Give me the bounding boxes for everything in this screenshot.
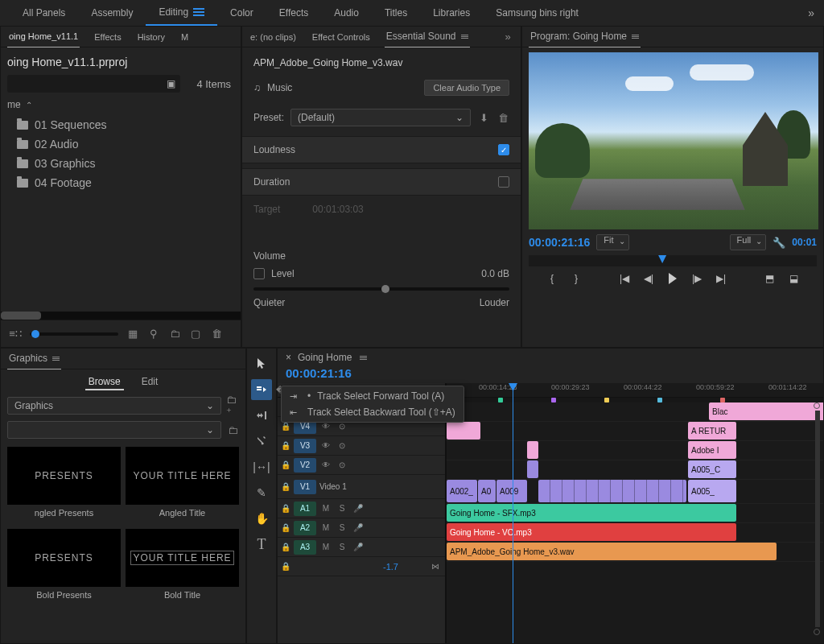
solo-icon[interactable]: S bbox=[336, 542, 348, 553]
program-timecode[interactable]: 00:00:21:16 bbox=[529, 236, 590, 249]
zoom-handle-top[interactable] bbox=[814, 402, 820, 409]
bin-root[interactable]: me⌃ bbox=[1, 96, 241, 114]
lock-icon[interactable]: 🔒 bbox=[281, 460, 290, 469]
tab-markers[interactable]: M bbox=[179, 27, 190, 47]
clip-a005b[interactable]: A005_ bbox=[688, 480, 736, 502]
tab-effects[interactable]: Effects bbox=[93, 27, 122, 47]
lock-icon[interactable]: 🔒 bbox=[281, 523, 290, 532]
track-select-backward-option[interactable]: ⇤Track Select Backward Tool (⇧+A) bbox=[282, 404, 464, 420]
new-folder-icon[interactable]: 🗀 bbox=[226, 423, 239, 436]
freeform-icon[interactable]: ▦ bbox=[126, 328, 139, 341]
clip-vo[interactable]: Going Home - VO.mp3 bbox=[447, 523, 736, 541]
clip-return[interactable]: A RETUR bbox=[688, 422, 736, 440]
loudness-section[interactable]: Loudness✓ bbox=[242, 136, 521, 163]
track-v1[interactable]: V1 bbox=[294, 480, 316, 494]
timeline-timecode[interactable]: 00:00:21:16 bbox=[278, 366, 823, 383]
level-checkbox[interactable] bbox=[253, 268, 265, 279]
browse-tab[interactable]: Browse bbox=[85, 374, 124, 390]
track-a3[interactable]: A3 bbox=[294, 540, 316, 555]
clip[interactable] bbox=[527, 460, 538, 478]
toggle-output-icon[interactable]: 👁 bbox=[319, 440, 332, 452]
sync-lock-icon[interactable]: ⊙ bbox=[336, 440, 348, 452]
clip-a002[interactable]: A002_ bbox=[447, 480, 477, 502]
clip-adobe[interactable]: Adobe I bbox=[688, 441, 736, 459]
horizontal-scrollbar[interactable] bbox=[1, 312, 41, 320]
clip-a009[interactable]: A009 bbox=[496, 480, 527, 502]
timeline-tracks[interactable]: 00:00:14:23 00:00:29:23 00:00:44:22 00:0… bbox=[447, 383, 823, 643]
extract-icon[interactable]: ⬓ bbox=[786, 271, 801, 286]
solo-icon[interactable]: S bbox=[336, 503, 348, 514]
razor-tool[interactable] bbox=[251, 431, 272, 452]
zoom-handle-bottom[interactable] bbox=[814, 629, 820, 635]
close-sequence-icon[interactable]: × bbox=[286, 352, 291, 363]
sync-lock-icon[interactable]: ⊙ bbox=[336, 460, 348, 471]
duration-section[interactable]: Duration bbox=[242, 168, 521, 196]
workspace-effects[interactable]: Effects bbox=[266, 0, 321, 26]
workspace-titles[interactable]: Titles bbox=[372, 0, 420, 26]
workspace-libraries[interactable]: Libraries bbox=[420, 0, 483, 26]
lift-icon[interactable]: ⬒ bbox=[762, 271, 777, 286]
overflow-icon[interactable]: » bbox=[501, 31, 514, 43]
clip-black[interactable]: Blac bbox=[709, 402, 823, 420]
track-select-tool[interactable] bbox=[251, 379, 272, 400]
trash-icon[interactable]: 🗑 bbox=[210, 328, 223, 341]
delete-preset-icon[interactable]: 🗑 bbox=[496, 111, 509, 124]
list-view-icon[interactable]: ≡∷ bbox=[9, 328, 22, 341]
record-icon[interactable]: 🎤 bbox=[352, 542, 365, 553]
edit-tab[interactable]: Edit bbox=[138, 374, 162, 390]
timeline-playhead[interactable] bbox=[513, 383, 513, 643]
panel-menu-icon[interactable] bbox=[632, 35, 639, 39]
mute-icon[interactable]: M bbox=[319, 522, 332, 534]
template-angled-title[interactable]: YOUR TITLE HEREAngled Title bbox=[126, 447, 239, 524]
sort-icon[interactable]: ⚲ bbox=[147, 328, 160, 341]
duration-checkbox[interactable] bbox=[498, 176, 509, 188]
type-tool[interactable]: T bbox=[251, 534, 272, 555]
new-item-icon[interactable]: ▢ bbox=[189, 328, 202, 341]
volume-slider[interactable] bbox=[253, 287, 509, 291]
mark-in-icon[interactable]: { bbox=[545, 271, 559, 286]
template-bold-title[interactable]: YOUR TITLE HEREBold Title bbox=[126, 529, 239, 606]
vertical-scrollbar[interactable] bbox=[815, 411, 820, 627]
clip-montage[interactable] bbox=[538, 480, 686, 502]
workspace-color[interactable]: Color bbox=[217, 0, 266, 26]
track-a2[interactable]: A2 bbox=[294, 521, 316, 535]
tab-history[interactable]: History bbox=[136, 27, 167, 47]
mark-out-icon[interactable]: } bbox=[569, 271, 583, 286]
graphics-filter-select[interactable]: ⌄ bbox=[7, 421, 221, 439]
search-within-icon[interactable]: ▣ bbox=[167, 78, 175, 89]
lock-icon[interactable]: 🔒 bbox=[281, 562, 290, 571]
lock-icon[interactable]: 🔒 bbox=[281, 504, 290, 513]
solo-icon[interactable]: S bbox=[336, 522, 348, 534]
workspace-assembly[interactable]: Assembly bbox=[78, 0, 146, 26]
clip-a0[interactable]: A0 bbox=[478, 480, 496, 502]
hand-tool[interactable]: ✋ bbox=[251, 508, 272, 529]
mute-icon[interactable]: M bbox=[319, 542, 332, 553]
step-back-icon[interactable]: ◀| bbox=[641, 271, 656, 286]
new-bin-icon[interactable]: 🗀 bbox=[168, 328, 181, 341]
clip-music[interactable]: APM_Adobe_Going Home_v3.wav bbox=[447, 543, 777, 560]
program-monitor[interactable] bbox=[529, 52, 818, 229]
ripple-edit-tool[interactable] bbox=[251, 405, 272, 426]
goto-out-icon[interactable]: ▶| bbox=[714, 271, 728, 286]
lock-icon[interactable]: 🔒 bbox=[281, 422, 290, 431]
zoom-select[interactable]: Fit bbox=[596, 234, 628, 250]
toggle-output-icon[interactable]: 👁 bbox=[319, 460, 332, 471]
graphics-library-select[interactable]: Graphics⌄ bbox=[7, 397, 221, 415]
workspace-editing[interactable]: Editing bbox=[146, 0, 217, 26]
clip[interactable] bbox=[527, 441, 538, 459]
wrench-icon[interactable]: 🔧 bbox=[772, 236, 785, 249]
panel-menu-icon[interactable] bbox=[52, 357, 60, 361]
panel-menu-icon[interactable] bbox=[360, 356, 367, 360]
slip-tool[interactable]: |↔| bbox=[251, 456, 272, 477]
goto-in-icon[interactable]: |◀ bbox=[617, 271, 632, 286]
pen-tool[interactable]: ✎ bbox=[251, 482, 272, 503]
template-bold-presents[interactable]: PRESENTSBold Presents bbox=[7, 529, 121, 606]
loudness-checkbox[interactable]: ✓ bbox=[498, 144, 509, 155]
track-select-forward-option[interactable]: ⇥•Track Select Forward Tool (A) bbox=[282, 388, 464, 404]
lock-icon[interactable]: 🔒 bbox=[281, 441, 290, 450]
lock-icon[interactable]: 🔒 bbox=[281, 543, 290, 551]
workspace-audio[interactable]: Audio bbox=[321, 0, 372, 26]
playhead-icon[interactable] bbox=[658, 255, 666, 263]
download-preset-icon[interactable]: ⬇ bbox=[477, 111, 490, 124]
bin-graphics[interactable]: 03 Graphics bbox=[1, 154, 241, 173]
